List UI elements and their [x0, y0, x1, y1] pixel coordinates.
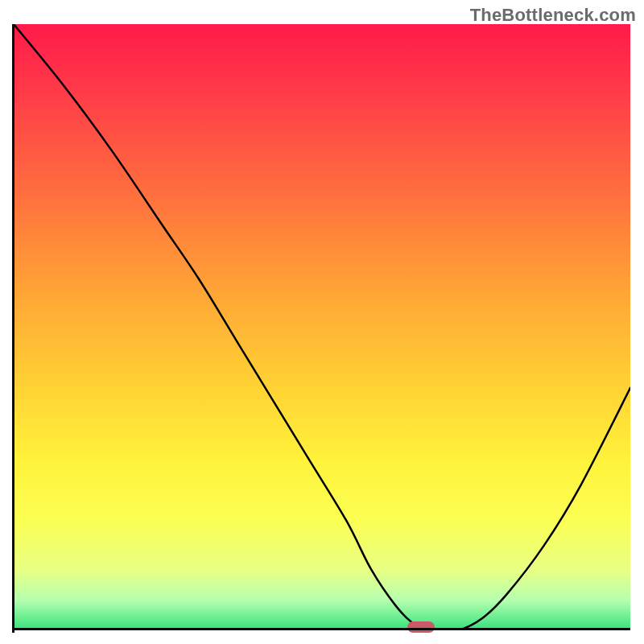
plot-area — [14, 24, 630, 630]
y-axis-line — [12, 24, 14, 633]
source-watermark: TheBottleneck.com — [470, 5, 636, 26]
bottleneck-curve — [14, 24, 630, 630]
chart-stage: TheBottleneck.com — [0, 0, 644, 644]
optimal-point-marker — [407, 621, 435, 633]
x-axis-line — [14, 628, 630, 630]
